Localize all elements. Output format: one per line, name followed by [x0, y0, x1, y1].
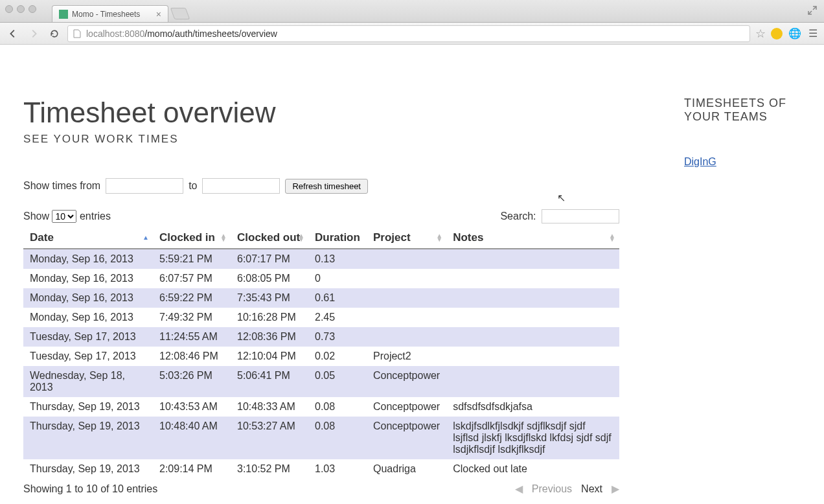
- col-notes[interactable]: Notes▲▼: [446, 227, 619, 249]
- cell-date: Monday, Sep 16, 2013: [23, 288, 153, 308]
- col-date[interactable]: Date▲: [23, 227, 153, 249]
- from-date-input[interactable]: [106, 178, 183, 194]
- cell-in: 6:59:22 PM: [153, 288, 231, 308]
- search-container: Search:: [500, 209, 619, 223]
- table-row[interactable]: Thursday, Sep 19, 20132:09:14 PM3:10:52 …: [23, 459, 619, 479]
- cell-proj: [367, 327, 446, 347]
- refresh-button[interactable]: Refresh timesheet: [285, 179, 368, 194]
- window-controls: [5, 5, 36, 13]
- menu-icon[interactable]: ☰: [807, 28, 819, 40]
- length-entries-label: entries: [80, 211, 111, 222]
- next-button[interactable]: Next: [581, 483, 602, 495]
- col-duration[interactable]: Duration: [308, 227, 367, 249]
- cell-out: 10:53:27 AM: [231, 417, 308, 459]
- cell-proj: Project2: [367, 347, 446, 366]
- table-row[interactable]: Monday, Sep 16, 20137:49:32 PM10:16:28 P…: [23, 308, 619, 327]
- table-row[interactable]: Tuesday, Sep 17, 201312:08:46 PM12:10:04…: [23, 347, 619, 366]
- new-tab-button[interactable]: [170, 8, 190, 19]
- cell-proj: Quadriga: [367, 459, 446, 479]
- cell-notes: lskdjfsdlkfjlsdkjf sdjflksdjf sjdf lsjfl…: [446, 417, 619, 459]
- back-button[interactable]: [5, 26, 21, 41]
- cell-proj: [367, 249, 446, 269]
- reload-button[interactable]: [47, 26, 62, 41]
- cell-notes: [446, 327, 619, 347]
- cell-dur: 0.73: [308, 327, 367, 347]
- pager: ◀ Previous Next ▶: [515, 483, 619, 495]
- cell-out: 6:07:17 PM: [231, 249, 308, 269]
- bookmark-star-icon[interactable]: ☆: [755, 27, 766, 41]
- cell-in: 5:59:21 PM: [153, 249, 231, 269]
- cell-date: Monday, Sep 16, 2013: [23, 308, 153, 327]
- browser-tab-strip: Momo - Timesheets ×: [0, 0, 824, 23]
- cell-in: 12:08:46 PM: [153, 347, 231, 366]
- table-row[interactable]: Tuesday, Sep 17, 201311:24:55 AM12:08:36…: [23, 327, 619, 347]
- cell-in: 7:49:32 PM: [153, 308, 231, 327]
- table-row[interactable]: Thursday, Sep 19, 201310:43:53 AM10:48:3…: [23, 397, 619, 417]
- length-select[interactable]: 10: [52, 210, 76, 223]
- cell-dur: 0.08: [308, 417, 367, 459]
- globe-icon[interactable]: 🌐: [789, 28, 801, 40]
- url-input[interactable]: localhost:8080/momo/auth/timesheets/over…: [67, 25, 750, 42]
- prev-button[interactable]: Previous: [532, 483, 572, 495]
- col-out[interactable]: Clocked out▲▼: [231, 227, 308, 249]
- cell-in: 5:03:26 PM: [153, 366, 231, 397]
- col-project[interactable]: Project▲▼: [367, 227, 446, 249]
- minimize-window-button[interactable]: [17, 5, 25, 13]
- cell-date: Thursday, Sep 19, 2013: [23, 397, 153, 417]
- search-label: Search:: [500, 211, 536, 222]
- extension-icon[interactable]: [771, 28, 783, 40]
- cell-date: Tuesday, Sep 17, 2013: [23, 327, 153, 347]
- cell-proj: [367, 269, 446, 288]
- cell-dur: 0.05: [308, 366, 367, 397]
- close-window-button[interactable]: [5, 5, 13, 13]
- cell-in: 11:24:55 AM: [153, 327, 231, 347]
- page-icon: [73, 29, 82, 38]
- cell-in: 6:07:57 PM: [153, 269, 231, 288]
- length-menu: Show 10 entries: [23, 210, 111, 223]
- cell-in: 10:43:53 AM: [153, 397, 231, 417]
- maximize-window-button[interactable]: [29, 5, 36, 13]
- team-link[interactable]: DigInG: [684, 156, 716, 168]
- table-row[interactable]: Thursday, Sep 19, 201310:48:40 AM10:53:2…: [23, 417, 619, 459]
- browser-tab[interactable]: Momo - Timesheets ×: [52, 5, 168, 22]
- cell-notes: [446, 347, 619, 366]
- forward-button[interactable]: [26, 26, 41, 41]
- table-row[interactable]: Monday, Sep 16, 20136:59:22 PM7:35:43 PM…: [23, 288, 619, 308]
- prev-arrow-icon[interactable]: ◀: [515, 483, 523, 495]
- cell-date: Monday, Sep 16, 2013: [23, 249, 153, 269]
- sidebar-heading: TIMESHEETS OF YOUR TEAMS: [684, 97, 801, 124]
- cell-dur: 1.03: [308, 459, 367, 479]
- cell-date: Thursday, Sep 19, 2013: [23, 459, 153, 479]
- url-host: localhost:8080: [86, 29, 144, 39]
- table-row[interactable]: Monday, Sep 16, 20136:07:57 PM6:08:05 PM…: [23, 269, 619, 288]
- next-arrow-icon[interactable]: ▶: [612, 483, 619, 495]
- cell-dur: 2.45: [308, 308, 367, 327]
- tab-title: Momo - Timesheets: [72, 10, 140, 19]
- search-input[interactable]: [542, 209, 619, 223]
- cell-out: 5:06:41 PM: [231, 366, 308, 397]
- cell-dur: 0.13: [308, 249, 367, 269]
- col-in[interactable]: Clocked in▲▼: [153, 227, 231, 249]
- page-subtitle: SEE YOUR WORK TIMES: [23, 133, 645, 146]
- cell-notes: [446, 366, 619, 397]
- cell-in: 10:48:40 AM: [153, 417, 231, 459]
- table-row[interactable]: Wednesday, Sep 18, 20135:03:26 PM5:06:41…: [23, 366, 619, 397]
- cell-proj: [367, 308, 446, 327]
- cell-out: 10:48:33 AM: [231, 397, 308, 417]
- to-date-input[interactable]: [202, 178, 280, 194]
- cell-out: 6:08:05 PM: [231, 269, 308, 288]
- cell-notes: [446, 308, 619, 327]
- cell-out: 7:35:43 PM: [231, 288, 308, 308]
- date-filter-row: Show times from to Refresh timesheet: [23, 178, 645, 194]
- expand-icon[interactable]: [807, 5, 819, 17]
- tab-close-icon[interactable]: ×: [156, 9, 161, 19]
- cell-out: 12:08:36 PM: [231, 327, 308, 347]
- table-row[interactable]: Monday, Sep 16, 20135:59:21 PM6:07:17 PM…: [23, 249, 619, 269]
- cell-in: 2:09:14 PM: [153, 459, 231, 479]
- cell-out: 12:10:04 PM: [231, 347, 308, 366]
- cell-date: Thursday, Sep 19, 2013: [23, 417, 153, 459]
- from-label: Show times from: [23, 180, 100, 192]
- cell-proj: Conceptpower: [367, 366, 446, 397]
- cell-date: Wednesday, Sep 18, 2013: [23, 366, 153, 397]
- cell-proj: Conceptpower: [367, 397, 446, 417]
